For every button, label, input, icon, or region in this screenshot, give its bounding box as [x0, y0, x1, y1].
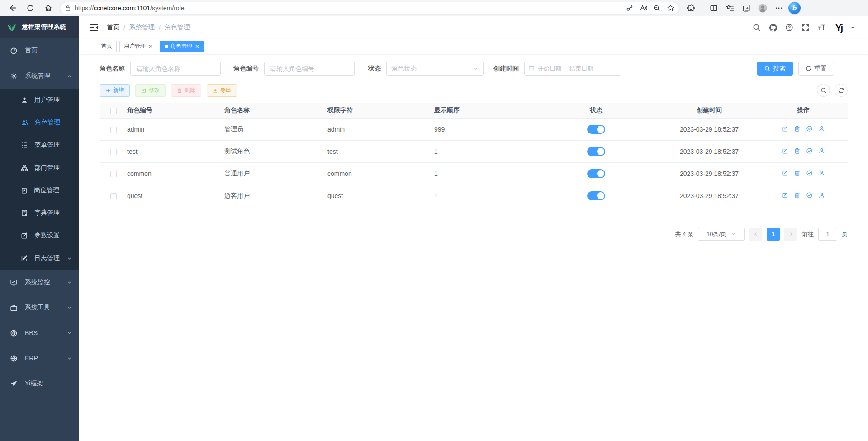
breadcrumb-section[interactable]: 系统管理: [129, 24, 155, 32]
refresh-table-button[interactable]: [835, 84, 848, 97]
split-screen-icon[interactable]: [707, 1, 721, 15]
edit-row-icon[interactable]: [782, 192, 788, 199]
prev-page-button[interactable]: [749, 228, 762, 241]
sidebar-item-role-management[interactable]: 角色管理: [0, 111, 79, 134]
app-logo[interactable]: 意框架管理系统: [0, 16, 79, 38]
toggle-search-button[interactable]: [817, 84, 830, 97]
read-aloud-icon[interactable]: [637, 2, 649, 14]
sidebar-item-system-management[interactable]: 系统管理: [0, 63, 79, 89]
browser-profile-avatar[interactable]: [756, 1, 769, 15]
search-button[interactable]: 搜索: [757, 62, 793, 76]
sidebar-item-dict-management[interactable]: 字典管理: [0, 202, 79, 224]
sidebar-item-menu-management[interactable]: 菜单管理: [0, 134, 79, 156]
row-checkbox[interactable]: [110, 171, 117, 177]
github-icon[interactable]: [767, 22, 779, 33]
close-icon[interactable]: ✕: [148, 43, 153, 50]
sidebar-item-home[interactable]: 首页: [0, 38, 79, 63]
browser-home-button[interactable]: [42, 1, 55, 15]
collections-icon[interactable]: [740, 1, 753, 15]
status-toggle[interactable]: [587, 125, 605, 134]
sidebar-item-label: Yi框架: [25, 379, 43, 388]
status-toggle[interactable]: [587, 169, 605, 178]
role-name-input[interactable]: [130, 62, 221, 76]
zoom-out-icon[interactable]: [651, 2, 663, 14]
url-text[interactable]: https://ccnetcore.com:1101/system/role: [75, 5, 620, 12]
user-avatar[interactable]: Yj: [832, 21, 845, 34]
delete-row-icon[interactable]: [794, 147, 801, 154]
sidebar-item-system-monitor[interactable]: 系统监控: [0, 270, 79, 295]
sidebar-item-yi-framework[interactable]: Yi框架: [0, 371, 79, 396]
header-search-icon[interactable]: [751, 22, 763, 33]
data-permission-icon[interactable]: [806, 125, 813, 132]
assign-user-icon[interactable]: [818, 147, 825, 154]
row-checkbox[interactable]: [110, 127, 117, 133]
favorites-bar-icon[interactable]: [723, 1, 737, 15]
breadcrumb: 首页 / 系统管理 / 角色管理: [107, 24, 190, 32]
edit-row-icon[interactable]: [782, 147, 788, 154]
data-permission-icon[interactable]: [806, 147, 813, 154]
sidebar-collapse-icon[interactable]: [89, 23, 99, 33]
app-title: 意框架管理系统: [22, 23, 66, 31]
sidebar: 意框架管理系统 首页 系统管理 用户管理 角色管理: [0, 16, 79, 441]
address-bar[interactable]: https://ccnetcore.com:1101/system/role: [60, 2, 679, 14]
edit-row-icon[interactable]: [782, 170, 788, 176]
sidebar-item-post-management[interactable]: 岗位管理: [0, 179, 79, 202]
status-toggle[interactable]: [587, 147, 605, 156]
delete-row-icon[interactable]: [794, 192, 801, 199]
bing-chat-icon[interactable]: b: [788, 2, 801, 14]
browser-back-button[interactable]: [5, 1, 19, 15]
fullscreen-icon[interactable]: [800, 22, 811, 33]
delete-row-icon[interactable]: [794, 170, 801, 176]
sidebar-item-erp[interactable]: ERP: [0, 346, 79, 371]
password-key-icon[interactable]: [624, 2, 636, 14]
extensions-icon[interactable]: [684, 1, 697, 15]
sidebar-item-user-management[interactable]: 用户管理: [0, 89, 79, 111]
close-icon[interactable]: ✕: [195, 43, 199, 50]
export-button[interactable]: 导出: [207, 84, 237, 97]
avatar-caret-down-icon[interactable]: [850, 25, 855, 30]
sidebar-menu: 首页 系统管理 用户管理 角色管理 菜单管理: [0, 38, 79, 441]
tab-role-management[interactable]: 角色管理✕: [160, 41, 204, 52]
sidebar-item-log-management[interactable]: 日志管理: [0, 247, 79, 270]
add-button[interactable]: 新增: [100, 84, 130, 97]
chevron-left-icon: [753, 232, 759, 237]
sidebar-item-department-management[interactable]: 部门管理: [0, 156, 79, 179]
tab-home[interactable]: 首页: [97, 41, 117, 52]
sidebar-item-label: 系统管理: [25, 72, 50, 80]
browser-refresh-button[interactable]: [24, 1, 37, 15]
help-icon[interactable]: [783, 22, 795, 33]
chevron-down-icon: [731, 232, 736, 237]
goto-page-input[interactable]: [818, 228, 837, 241]
status-toggle[interactable]: [587, 191, 605, 200]
col-created-time: 创建时间: [659, 103, 759, 118]
font-size-icon[interactable]: [816, 22, 828, 33]
add-favorite-star-icon[interactable]: [664, 2, 676, 14]
delete-row-icon[interactable]: [794, 125, 801, 132]
table-row: admin 管理员 admin 999 2023-03-29 18:52:37: [100, 118, 848, 140]
row-checkbox[interactable]: [110, 193, 117, 199]
lock-icon[interactable]: [65, 5, 71, 11]
created-date-range-picker[interactable]: 开始日期 - 结束日期: [524, 62, 621, 76]
sidebar-item-bbs[interactable]: BBS: [0, 320, 79, 346]
select-all-checkbox[interactable]: [110, 108, 117, 114]
data-permission-icon[interactable]: [806, 170, 813, 176]
delete-button[interactable]: 删除: [171, 84, 201, 97]
row-checkbox[interactable]: [110, 149, 117, 155]
edit-button[interactable]: 修改: [135, 84, 166, 97]
sidebar-item-param-settings[interactable]: 参数设置: [0, 224, 79, 247]
page-number-button[interactable]: 1: [767, 228, 780, 241]
role-status-select[interactable]: 角色状态: [386, 62, 484, 76]
tab-user-management[interactable]: 用户管理✕: [119, 41, 157, 52]
next-page-button[interactable]: [784, 228, 797, 241]
assign-user-icon[interactable]: [818, 170, 825, 176]
edit-row-icon[interactable]: [782, 125, 788, 132]
browser-more-menu-icon[interactable]: [772, 1, 786, 15]
breadcrumb-home[interactable]: 首页: [107, 24, 119, 32]
page-size-select[interactable]: 10条/页: [698, 228, 745, 241]
role-code-input[interactable]: [264, 62, 355, 76]
sidebar-item-system-tools[interactable]: 系统工具: [0, 295, 79, 320]
assign-user-icon[interactable]: [818, 192, 825, 199]
data-permission-icon[interactable]: [806, 192, 813, 199]
reset-button[interactable]: 重置: [798, 62, 834, 76]
assign-user-icon[interactable]: [818, 125, 825, 132]
